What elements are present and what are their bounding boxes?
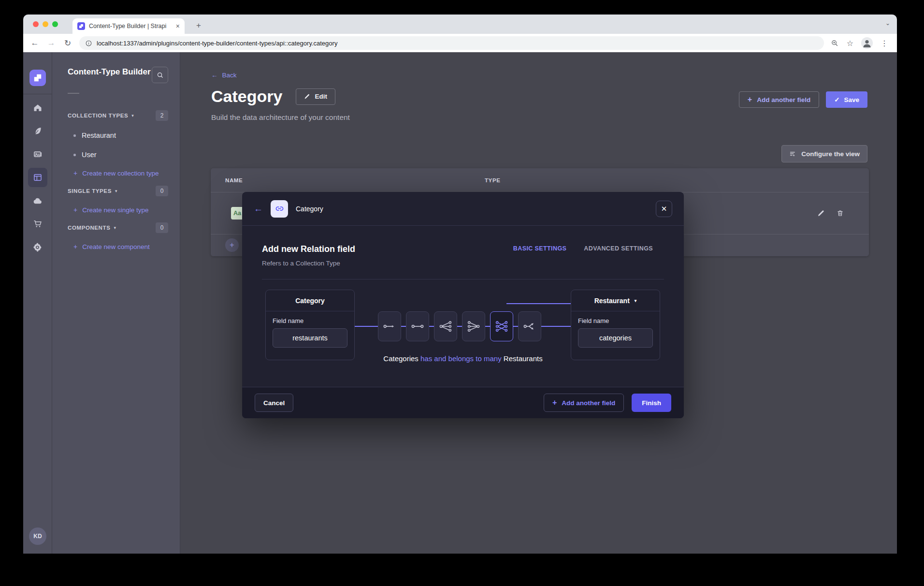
cloud-icon[interactable]: [28, 191, 47, 210]
tab-close-icon[interactable]: ×: [176, 22, 180, 30]
save-button[interactable]: ✓ Save: [826, 91, 867, 108]
section-collection-types[interactable]: COLLECTION TYPES ▾ 2: [68, 108, 168, 123]
back-nav-icon[interactable]: ←: [30, 38, 40, 48]
chevron-down-icon: ▾: [131, 113, 134, 118]
page-title: Category: [211, 87, 282, 106]
plus-icon: +: [73, 243, 77, 250]
add-relation-modal: ← Category ✕ Add new Relation field Refe…: [242, 192, 684, 418]
forward-nav-icon[interactable]: →: [46, 38, 56, 48]
edit-row-pencil-icon[interactable]: [817, 209, 825, 217]
plus-icon: +: [748, 95, 752, 104]
browser-tab-bar: Content-Type Builder | Strapi × + ⌄: [23, 15, 897, 34]
configure-lines-icon: [789, 150, 796, 158]
delete-row-trash-icon[interactable]: [837, 209, 844, 217]
plus-icon: +: [73, 206, 77, 214]
count-badge: 2: [156, 110, 168, 121]
count-badge: 0: [156, 186, 168, 196]
chevron-down-icon: ▾: [114, 225, 116, 230]
tab-search-chevron-icon[interactable]: ⌄: [885, 20, 890, 27]
content-type-builder-icon[interactable]: [28, 168, 47, 187]
back-link[interactable]: ← Back: [211, 72, 237, 79]
browser-tab[interactable]: Content-Type Builder | Strapi ×: [72, 18, 185, 34]
chevron-down-icon: ▾: [635, 298, 637, 303]
strapi-logo-icon[interactable]: [29, 70, 46, 86]
section-single-types[interactable]: SINGLE TYPES ▾ 0: [68, 184, 168, 198]
plugin-sidebar: Content-Type Builder COLLECTION TYPES ▾ …: [52, 52, 180, 554]
relation-one-to-one-icon[interactable]: [406, 311, 429, 341]
source-field-name-input[interactable]: [273, 328, 347, 348]
sidebar-item-restaurant[interactable]: Restaurant: [68, 126, 168, 145]
content-manager-feather-icon[interactable]: [28, 121, 47, 141]
divider: [23, 94, 52, 94]
marketplace-cart-icon[interactable]: [28, 214, 47, 234]
relation-many-way-icon[interactable]: [518, 311, 541, 341]
relation-link-icon: [271, 200, 288, 218]
target-field-name-input[interactable]: [578, 328, 653, 348]
zoom-page-icon[interactable]: [831, 39, 839, 47]
relation-sentence: Categories has and belongs to many Resta…: [242, 354, 684, 363]
plus-circle-icon: +: [225, 238, 239, 252]
modal-tabs: BASIC SETTINGS ADVANCED SETTINGS: [513, 245, 653, 279]
pencil-icon: [304, 93, 310, 100]
chevron-down-icon: ▾: [115, 189, 117, 193]
target-card-restaurant: Restaurant ▾ Field name: [571, 290, 660, 360]
modal-back-arrow-icon[interactable]: ←: [254, 204, 263, 214]
modal-heading: Add new Relation field: [262, 244, 355, 254]
profile-avatar-icon[interactable]: [861, 37, 873, 49]
create-collection-type-link[interactable]: + Create new collection type: [68, 164, 168, 182]
media-library-icon[interactable]: [28, 145, 47, 164]
site-info-icon[interactable]: [85, 40, 92, 47]
section-components[interactable]: COMPONENTS ▾ 0: [68, 220, 168, 235]
modal-title-breadcrumb: Category: [296, 205, 323, 213]
cancel-button[interactable]: Cancel: [255, 394, 293, 412]
create-single-type-link[interactable]: + Create new single type: [68, 201, 168, 219]
relation-many-to-one-icon[interactable]: [462, 311, 485, 341]
relation-one-to-many-icon[interactable]: [434, 311, 457, 341]
sidebar-item-user[interactable]: User: [68, 145, 168, 164]
create-component-link[interactable]: + Create new component: [68, 238, 168, 255]
modal-add-another-field-button[interactable]: + Add another field: [544, 394, 624, 412]
plus-icon: +: [552, 398, 557, 407]
field-name-label: Field name: [578, 317, 653, 324]
modal-header: ← Category ✕: [242, 192, 684, 226]
browser-window: Content-Type Builder | Strapi × + ⌄ ← → …: [23, 15, 897, 554]
bullet-icon: [73, 154, 76, 156]
browser-menu-icon[interactable]: ⋮: [881, 39, 888, 48]
new-tab-button[interactable]: +: [192, 19, 205, 32]
tab-advanced-settings[interactable]: ADVANCED SETTINGS: [584, 245, 653, 279]
relation-one-way-icon[interactable]: [378, 311, 401, 341]
modal-footer: Cancel + Add another field Finish: [242, 387, 684, 418]
source-card-category: Category Field name: [265, 290, 355, 360]
relation-many-to-many-icon[interactable]: [490, 311, 513, 341]
address-bar[interactable]: localhost:1337/admin/plugins/content-typ…: [79, 36, 824, 50]
browser-toolbar: ← → ↻ localhost:1337/admin/plugins/conte…: [23, 34, 897, 52]
divider: [262, 279, 664, 279]
settings-gear-icon[interactable]: [28, 237, 47, 257]
configure-view-button[interactable]: Configure the view: [781, 145, 867, 162]
url-text: localhost:1337/admin/plugins/content-typ…: [97, 40, 337, 47]
close-icon[interactable]: ✕: [656, 201, 672, 217]
close-window-button[interactable]: [33, 21, 39, 27]
zoom-window-button[interactable]: [52, 21, 58, 27]
traffic-lights: [33, 21, 58, 27]
bookmark-star-icon[interactable]: ☆: [847, 39, 853, 48]
finish-button[interactable]: Finish: [632, 394, 671, 412]
count-badge: 0: [156, 222, 168, 233]
strapi-favicon-icon: [77, 22, 85, 30]
search-icon: [157, 72, 164, 79]
check-icon: ✓: [834, 96, 839, 103]
source-card-title: Category: [266, 290, 354, 311]
tab-title: Content-Type Builder | Strapi: [89, 23, 172, 29]
add-another-field-button[interactable]: + Add another field: [739, 91, 819, 108]
field-name-label: Field name: [273, 317, 347, 324]
edit-button[interactable]: Edit: [296, 88, 335, 105]
tab-basic-settings[interactable]: BASIC SETTINGS: [513, 245, 566, 279]
chrome-actions: ☆ ⋮: [831, 37, 890, 49]
reload-icon[interactable]: ↻: [63, 38, 72, 48]
user-avatar[interactable]: KD: [29, 527, 46, 545]
relation-type-picker: [378, 311, 541, 341]
target-collection-select[interactable]: Restaurant ▾: [571, 290, 660, 311]
search-button[interactable]: [152, 67, 168, 83]
home-icon[interactable]: [28, 98, 47, 117]
minimize-window-button[interactable]: [43, 21, 48, 27]
